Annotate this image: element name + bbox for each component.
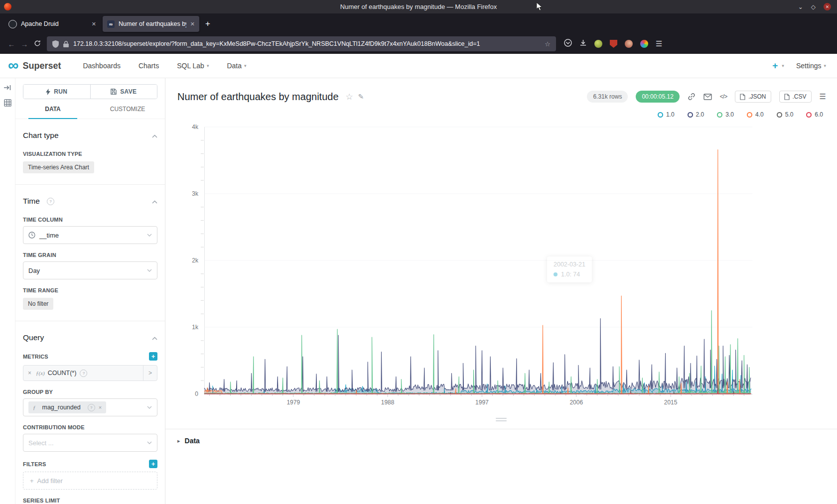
bookmark-star-icon[interactable]: ☆ — [545, 40, 551, 48]
section-chart-type[interactable]: Chart type — [23, 131, 157, 140]
export-csv-button[interactable]: .CSV — [779, 91, 812, 103]
window-close-icon[interactable]: ✕ — [824, 3, 831, 10]
group-by-label: GROUP BY — [23, 389, 157, 395]
chevron-up-icon[interactable] — [152, 333, 157, 342]
superset-navbar: ∞ Superset Dashboards Charts SQL Lab ▾ D… — [0, 54, 837, 78]
metrics-label: METRICS — [23, 354, 48, 360]
section-query[interactable]: Query — [23, 333, 157, 342]
pocket-icon[interactable] — [564, 39, 572, 49]
datasource-rail — [0, 78, 15, 504]
chevron-down-icon — [147, 441, 152, 444]
data-panel-header[interactable]: ▸ Data — [165, 429, 837, 452]
tab-data[interactable]: DATA — [15, 106, 90, 119]
share-link-icon[interactable] — [688, 93, 696, 101]
time-grain-select[interactable]: Day — [23, 261, 157, 279]
settings-menu[interactable]: Settings ▾ — [796, 62, 826, 70]
legend-label: 4.0 — [755, 111, 764, 118]
save-button[interactable]: SAVE — [90, 85, 157, 99]
url-text[interactable]: 172.18.0.3:32108/superset/explore/?form_… — [73, 40, 540, 47]
legend-item[interactable]: 4.0 — [747, 111, 764, 118]
back-button[interactable]: ← — [5, 40, 18, 48]
metric-item[interactable]: × ƒ(x) COUNT(*) ? > — [23, 365, 157, 381]
email-icon[interactable] — [703, 94, 712, 100]
chart-menu-icon[interactable]: ☰ — [820, 92, 826, 101]
nav-sql-lab[interactable]: SQL Lab ▾ — [177, 62, 209, 70]
panel-resize-handle[interactable] — [165, 410, 837, 429]
chevron-down-icon[interactable]: ▾ — [782, 63, 784, 68]
time-range-label: TIME RANGE — [23, 287, 157, 293]
extension-pinwheel-icon[interactable] — [640, 40, 648, 48]
function-icon: ƒ(x) — [36, 370, 45, 376]
add-filter-button[interactable]: + — [149, 460, 157, 468]
tab-close-icon[interactable]: ✕ — [92, 21, 96, 27]
edit-title-icon[interactable]: ✎ — [358, 93, 364, 101]
group-by-pill[interactable]: ƒ mag_rounded ? × — [28, 401, 106, 413]
new-item-button[interactable]: + — [772, 60, 778, 71]
save-icon — [111, 89, 117, 95]
time-column-label: TIME COLUMN — [23, 217, 157, 223]
svg-text:2k: 2k — [192, 257, 199, 264]
viz-type-chip[interactable]: Time-series Area Chart — [23, 161, 94, 173]
svg-text:1979: 1979 — [286, 399, 300, 406]
downloads-icon[interactable] — [579, 39, 587, 49]
expand-panel-icon[interactable] — [3, 84, 11, 91]
lock-icon[interactable] — [63, 41, 69, 47]
remove-group-by-icon[interactable]: × — [99, 404, 102, 410]
legend-item[interactable]: 6.0 — [806, 111, 823, 118]
remove-metric-icon[interactable]: × — [28, 370, 31, 377]
nav-data[interactable]: Data ▾ — [227, 62, 246, 70]
legend-item[interactable]: 5.0 — [777, 111, 794, 118]
url-input[interactable]: 172.18.0.3:32108/superset/explore/?form_… — [47, 36, 556, 51]
tracking-shield-icon[interactable] — [52, 40, 59, 48]
nav-charts[interactable]: Charts — [139, 62, 159, 70]
legend-marker-icon — [747, 112, 752, 118]
viz-type-label: VISUALIZATION TYPE — [23, 151, 157, 157]
export-json-button[interactable]: .JSON — [735, 91, 771, 103]
time-column-select[interactable]: __time — [23, 226, 157, 244]
timeseries-area-chart[interactable]: 01k2k3k4k19791988199720062015 — [177, 121, 825, 410]
window-maximize-icon[interactable]: ◇ — [811, 4, 816, 10]
contribution-mode-select[interactable]: Select ... — [23, 434, 157, 452]
forward-button[interactable]: → — [18, 40, 31, 48]
filters-label: FILTERS — [23, 461, 46, 467]
chevron-up-icon[interactable] — [152, 197, 157, 206]
dataset-grid-icon[interactable] — [4, 99, 11, 107]
reload-button[interactable] — [31, 40, 44, 48]
superset-logo-icon: ∞ — [8, 60, 18, 70]
add-filter-dropzone[interactable]: + Add filter — [23, 472, 157, 490]
ublock-shield-icon[interactable] — [610, 40, 617, 48]
legend-item[interactable]: 1.0 — [658, 111, 675, 118]
chevron-down-icon — [147, 234, 152, 237]
extension-icon[interactable] — [594, 40, 602, 48]
legend-label: 6.0 — [815, 111, 823, 118]
chart-area: Numer of earthquakes by magnitude ☆ ✎ 6.… — [165, 78, 837, 504]
embed-code-icon[interactable]: </> — [720, 93, 727, 100]
browser-menu-icon[interactable]: ☰ — [656, 39, 662, 48]
chart-legend: 1.02.03.04.05.06.0 — [177, 108, 825, 121]
chevron-down-icon — [147, 269, 152, 272]
browser-tabbar: Apache Druid ✕ ∞ Numer of earthquakes by… — [0, 13, 837, 34]
profile-avatar-icon[interactable] — [625, 40, 633, 48]
tab-customize[interactable]: CUSTOMIZE — [90, 106, 165, 119]
superset-logo[interactable]: ∞ Superset — [8, 61, 61, 71]
legend-item[interactable]: 2.0 — [688, 111, 704, 118]
chevron-up-icon[interactable] — [152, 131, 157, 140]
run-button[interactable]: RUN — [23, 85, 90, 99]
metric-expand-icon[interactable]: > — [143, 366, 157, 380]
legend-marker-icon — [777, 112, 782, 118]
browser-tab-superset[interactable]: ∞ Numer of earthquakes by ✕ — [103, 16, 199, 32]
clock-icon — [28, 232, 35, 239]
window-minimize-icon[interactable]: ⌄ — [798, 4, 803, 10]
nav-dashboards[interactable]: Dashboards — [83, 62, 121, 70]
browser-tab-druid[interactable]: Apache Druid ✕ — [4, 16, 101, 32]
tab-close-icon[interactable]: ✕ — [190, 21, 195, 27]
svg-text:1k: 1k — [192, 324, 199, 331]
group-by-select[interactable]: ƒ mag_rounded ? × — [23, 398, 157, 416]
time-range-chip[interactable]: No filter — [23, 298, 53, 310]
contribution-mode-label: CONTRIBUTION MODE — [23, 424, 157, 430]
favorite-star-icon[interactable]: ☆ — [346, 92, 353, 102]
legend-item[interactable]: 3.0 — [717, 111, 734, 118]
new-tab-button[interactable]: + — [205, 19, 210, 29]
add-metric-button[interactable]: + — [149, 352, 157, 361]
section-time[interactable]: Time ? — [23, 197, 157, 206]
